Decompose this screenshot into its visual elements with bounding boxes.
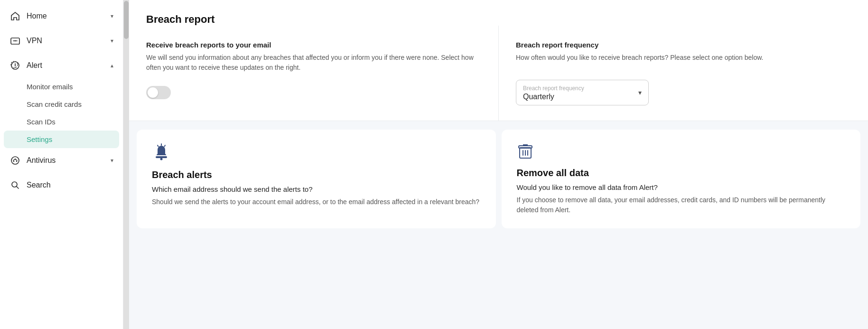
sidebar-item-search[interactable]: Search [0, 173, 123, 197]
search-icon [9, 179, 21, 191]
trash-icon [517, 143, 534, 160]
sidebar-item-settings[interactable]: Settings [4, 131, 119, 148]
breach-alerts-card: Breach alerts Which email address should… [137, 130, 496, 228]
vpn-icon [9, 35, 21, 47]
sidebar-item-vpn-label: VPN [27, 37, 42, 45]
breach-alerts-subtitle: Which email address should we send the a… [152, 185, 481, 193]
remove-all-data-title: Remove all data [517, 168, 846, 179]
breach-alerts-icon-wrap [152, 143, 481, 162]
bottom-cards-row: Breach alerts Which email address should… [129, 122, 868, 236]
remove-all-data-card: Remove all data Would you like to remove… [502, 130, 861, 228]
sidebar-item-home-label: Home [27, 12, 47, 20]
breach-report-frequency-card: Breach report frequency How often would … [499, 26, 868, 121]
svg-point-5 [11, 157, 19, 164]
antivirus-icon [9, 155, 21, 166]
frequency-subtitle: Breach report frequency [516, 41, 851, 49]
svg-rect-9 [156, 156, 167, 158]
frequency-select[interactable]: Breach report frequency Quarterly ▾ [516, 80, 649, 105]
sidebar-item-home[interactable]: Home ▾ [0, 4, 123, 28]
frequency-chevron-icon: ▾ [638, 89, 642, 96]
sidebar-item-antivirus-label: Antivirus [27, 156, 56, 165]
sidebar: Home ▾ VPN ▾ [0, 0, 123, 329]
remove-all-data-icon-wrap [517, 143, 846, 160]
frequency-select-label: Breach report frequency [523, 85, 642, 92]
receive-description: We will send you information about any b… [146, 53, 481, 73]
home-chevron-icon: ▾ [111, 13, 113, 19]
toggle-wrap [146, 86, 481, 101]
scrollbar-track[interactable] [123, 0, 129, 329]
breach-report-toggle[interactable] [146, 86, 171, 99]
vpn-chevron-icon: ▾ [111, 38, 113, 44]
breach-report-title: Breach report [146, 13, 851, 26]
sidebar-item-vpn[interactable]: VPN ▾ [0, 28, 123, 53]
main-content: Breach report Receive breach reports to … [129, 0, 868, 329]
sidebar-item-antivirus[interactable]: Antivirus ▾ [0, 148, 123, 173]
receive-subtitle: Receive breach reports to your email [146, 41, 481, 49]
toggle-thumb [148, 87, 158, 98]
alert-chevron-icon: ▴ [111, 62, 113, 69]
svg-point-7 [16, 161, 17, 162]
svg-point-6 [13, 161, 14, 162]
breach-alerts-description: Should we send the alerts to your accoun… [152, 197, 481, 207]
alert-icon [9, 60, 21, 71]
frequency-description: How often would you like to receive brea… [516, 53, 851, 63]
sidebar-item-search-label: Search [27, 181, 51, 189]
remove-all-data-description: If you choose to remove all data, your e… [517, 195, 846, 215]
sidebar-item-alert-label: Alert [27, 61, 42, 70]
svg-point-4 [15, 67, 16, 68]
sidebar-item-scan-credit-cards[interactable]: Scan credit cards [0, 95, 123, 113]
main-scroll-wrapper: Breach report Receive breach reports to … [123, 0, 868, 329]
sidebar-item-monitor-emails[interactable]: Monitor emails [0, 78, 123, 95]
alert-subnav: Monitor emails Scan credit cards Scan ID… [0, 78, 123, 148]
receive-breach-reports-card: Receive breach reports to your email We … [129, 26, 499, 121]
sidebar-item-alert[interactable]: Alert ▴ [0, 53, 123, 78]
svg-point-1 [15, 40, 16, 41]
svg-rect-12 [519, 146, 532, 148]
frequency-select-value: Quarterly [523, 93, 642, 101]
antivirus-chevron-icon: ▾ [111, 157, 113, 164]
breach-alerts-title: Breach alerts [152, 169, 481, 180]
home-icon [9, 10, 21, 22]
sidebar-item-scan-ids[interactable]: Scan IDs [0, 113, 123, 131]
scrollbar-thumb[interactable] [124, 1, 129, 39]
svg-point-10 [160, 158, 163, 160]
breach-report-card-row: Receive breach reports to your email We … [129, 26, 868, 121]
remove-all-data-subtitle: Would you like to remove all data from A… [517, 183, 846, 191]
alert-bell-icon [152, 143, 171, 162]
